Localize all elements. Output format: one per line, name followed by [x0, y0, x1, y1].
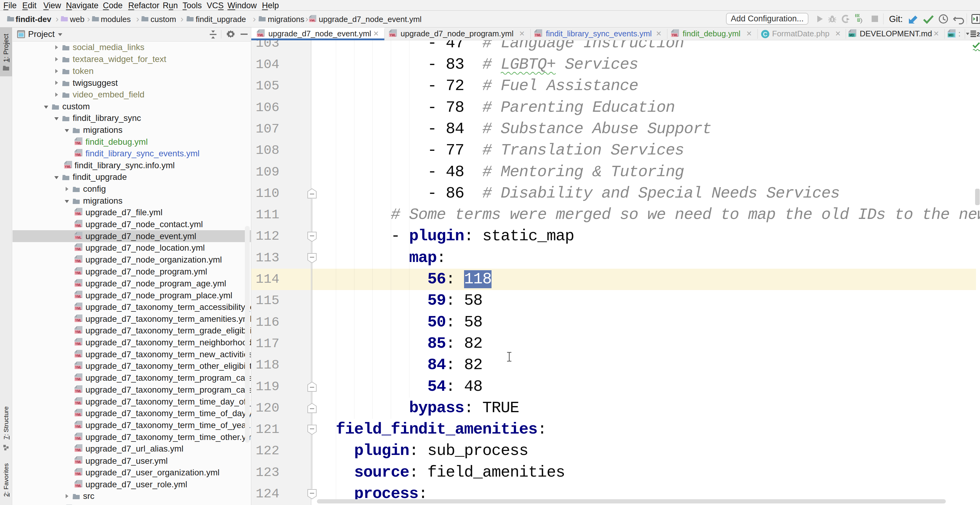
svg-text:YML: YML — [535, 33, 541, 37]
svg-text:YML: YML — [75, 378, 81, 381]
svg-text:YML: YML — [75, 248, 81, 251]
svg-text:YML: YML — [75, 342, 81, 346]
svg-text:YML: YML — [75, 437, 81, 440]
svg-text:YML: YML — [75, 366, 81, 369]
svg-text:YML: YML — [310, 19, 316, 22]
svg-text:YML: YML — [75, 425, 81, 429]
svg-text:YML: YML — [75, 212, 81, 215]
svg-text:YML: YML — [75, 413, 81, 416]
svg-text:YML: YML — [671, 33, 678, 37]
svg-text:YML: YML — [75, 472, 81, 476]
svg-text:YML: YML — [75, 236, 81, 239]
svg-text:YML: YML — [75, 390, 81, 393]
svg-text:YML: YML — [75, 271, 81, 275]
svg-text:YML: YML — [75, 449, 81, 452]
svg-text:YML: YML — [75, 224, 81, 228]
svg-text:YML: YML — [75, 307, 81, 310]
svg-text:YML: YML — [65, 165, 71, 169]
svg-text:YML: YML — [75, 260, 81, 263]
svg-text:YML: YML — [75, 295, 81, 298]
svg-text:YML: YML — [75, 330, 81, 334]
svg-text:YML: YML — [75, 142, 81, 145]
svg-text:MD: MD — [850, 33, 854, 37]
svg-text:YML: YML — [390, 33, 396, 37]
svg-text:YML: YML — [75, 153, 81, 157]
svg-text:YML: YML — [75, 460, 81, 464]
svg-text:YML: YML — [75, 284, 81, 287]
svg-text:YML: YML — [75, 484, 81, 487]
svg-text:YML: YML — [75, 401, 81, 405]
svg-text:C: C — [763, 31, 767, 38]
svg-text:MD: MD — [948, 33, 953, 37]
svg-text:YML: YML — [75, 319, 81, 322]
svg-text:YML: YML — [75, 354, 81, 357]
svg-text:YML: YML — [258, 33, 264, 37]
